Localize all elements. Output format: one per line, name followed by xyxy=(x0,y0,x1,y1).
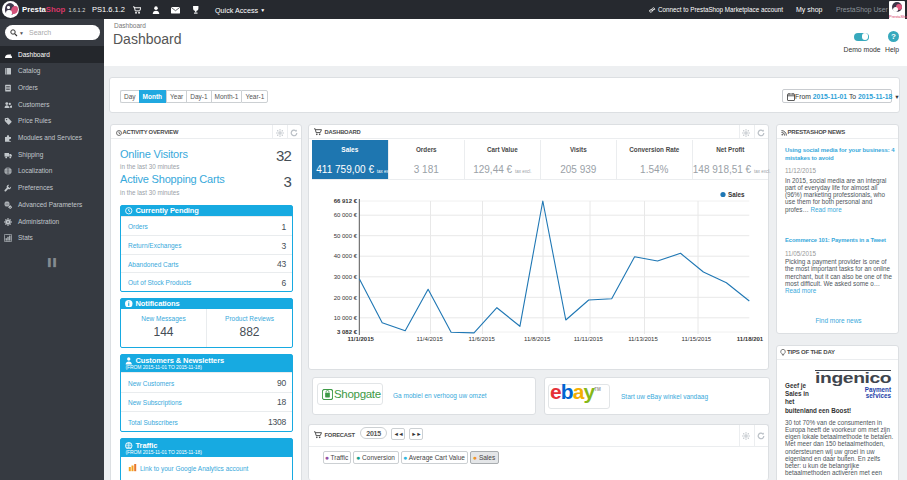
svg-text:66 912 €: 66 912 € xyxy=(334,198,358,204)
svg-text:11/15/2015: 11/15/2015 xyxy=(682,336,712,342)
svg-text:20 000 €: 20 000 € xyxy=(334,295,358,301)
svg-text:Sales: Sales xyxy=(728,191,745,198)
svg-text:11/11/2015: 11/11/2015 xyxy=(574,336,604,342)
svg-text:10 000 €: 10 000 € xyxy=(334,315,358,321)
svg-text:3 082 €: 3 082 € xyxy=(337,329,358,335)
svg-text:30 000 €: 30 000 € xyxy=(334,274,358,280)
svg-text:11/1/2015: 11/1/2015 xyxy=(348,336,375,342)
svg-text:11/6/2015: 11/6/2015 xyxy=(469,336,496,342)
svg-text:60 000 €: 60 000 € xyxy=(334,212,358,218)
svg-text:50 000 €: 50 000 € xyxy=(334,233,358,239)
svg-text:40 000 €: 40 000 € xyxy=(334,253,358,259)
svg-text:11/8/2015: 11/8/2015 xyxy=(524,336,551,342)
svg-text:11/13/2015: 11/13/2015 xyxy=(628,336,658,342)
svg-text:11/4/2015: 11/4/2015 xyxy=(417,336,444,342)
svg-text:11/18/201: 11/18/201 xyxy=(737,336,764,342)
